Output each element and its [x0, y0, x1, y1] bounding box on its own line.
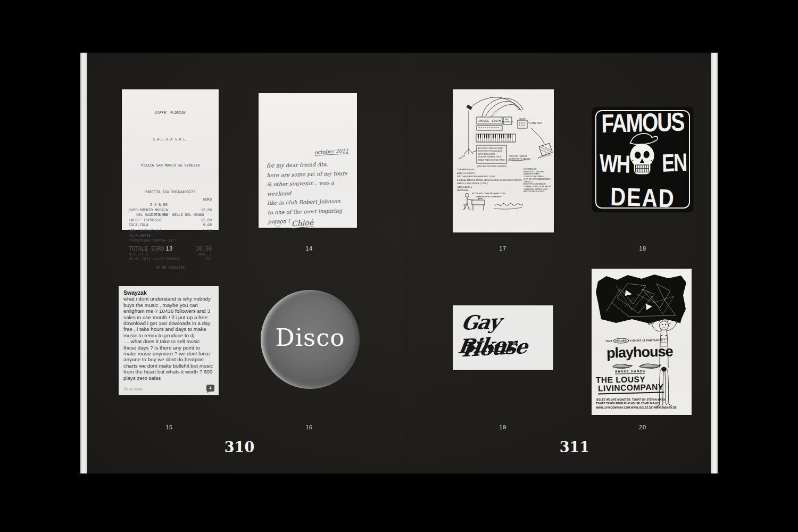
receipt-header-line: CAFFE' FLORIAN	[129, 111, 212, 116]
item-number-18: 18	[627, 245, 659, 252]
spread-pages: CAFFE' FLORIAN S.A.C.R.A S.R.L. PIAZZA S…	[87, 53, 711, 473]
receipt-footer: NEL SALOTTO PIU' BELLO DEL MONDO	[122, 213, 219, 218]
item-number-14: 14	[293, 245, 325, 252]
sticker-word-dead: DEAD	[592, 182, 693, 214]
diagram-question: BITTE HOLT IHR MICHAEL VOM	[472, 192, 505, 195]
note-signature: Chloé	[291, 218, 313, 229]
receipt-mf-line: MF ME 42000148	[129, 265, 212, 271]
diagram-monitor-label: MONITOR (PA)	[537, 154, 552, 159]
item-number-20: 20	[627, 424, 659, 430]
comment-timestamp: Just now	[123, 386, 143, 392]
receipt-meta-row: 02-06-2011 14-03 SCONTR317	[129, 257, 212, 262]
comment-plus-icon: +	[206, 385, 214, 392]
svg-text:8-KANAL MACKIE MIXER (ANSCHLÜS: 8-KANAL MACKIE MIXER (ANSCHLÜSSE-XLR/KLI…	[457, 179, 522, 181]
item-number-13: 13	[153, 245, 185, 252]
sticker-word-en: EN	[661, 148, 686, 178]
page-edge-left	[80, 53, 87, 473]
svg-text:MPC-SEQUENCER (AKAI MPC 2000): MPC-SEQUENCER (AKAI MPC 2000)	[457, 175, 495, 178]
receipt-meta-row: N.PEZZI 6CASS. 1	[129, 252, 212, 257]
diagram-right-list-line: ICH BRAUCHE:	[523, 168, 537, 170]
comment-username: Swayzak	[123, 290, 214, 296]
pin-rim-highlight	[261, 290, 360, 389]
comment-body: what i dont understand is why nobody buy…	[123, 296, 214, 381]
receipt-header-line: PARTITA IVA 00164400277	[129, 190, 212, 195]
svg-text:1 BARHOCKER/TISCHCHEN Ä.: 1 BARHOCKER/TISCHCHEN Ä.	[523, 186, 551, 188]
item-15-swayzak-comment: Swayzak what i dont understand is why no…	[119, 286, 219, 395]
receipt-row: *CAMERIERE COPPIA 13*	[129, 238, 212, 244]
item-14-handwritten-note: october 2011 for my dear friend Ata, her…	[259, 93, 357, 228]
diagram-notebox-line: ACHTUNG! DREH MIT DEM	[478, 147, 503, 149]
page-number-left: 310	[207, 439, 271, 455]
item-20-playhouse-poster: THIS ISOLÉE T-SHIRT IS FANTASTIC ! playh…	[592, 269, 692, 415]
diagram-lineout-label: = LINE OUT	[528, 122, 542, 124]
svg-text:GEWICHTETE TASTEN: GEWICHTETE TASTEN	[509, 158, 530, 160]
heart-icon: ♡	[273, 220, 281, 230]
svg-text:(EVT. MIT UNTERABNEHMER): (EVT. MIT UNTERABNEHMER)	[523, 178, 551, 180]
item-number-19: 19	[487, 424, 519, 430]
diagram-mpc-label: MPC -	[505, 119, 510, 121]
note-body: for my dear friend Ata, here are some pi…	[266, 159, 353, 227]
book-spread: CAFFE' FLORIAN S.A.C.R.A S.R.L. PIAZZA S…	[80, 53, 718, 473]
diagram-synth-label: ANALOG - SYNTH	[478, 119, 501, 122]
poster-figure-drawing	[646, 317, 689, 412]
item-18-famous-when-dead-sticker: FAMOUS WH EN DEAD	[592, 107, 693, 212]
lettering-line-2: House	[461, 335, 528, 361]
item-number-16: 16	[293, 424, 325, 430]
svg-text:1 WEICHEN TEPPICH DER: 1 WEICHEN TEPPICH DER	[523, 188, 547, 190]
svg-text:MONITOR (VON PA AUS): MONITOR (VON PA AUS)	[523, 183, 546, 185]
note-date: october 2011	[314, 147, 349, 155]
page-number-right: 311	[543, 439, 606, 455]
diagram-note-under: (WER HAT NOCH EIN KLAVIER?)	[477, 165, 506, 168]
diagram-note-right: "WICHTIG" SIND 88	[509, 155, 527, 157]
diagram-mic-label: Mikrofon	[458, 154, 466, 160]
diagram-mixer-label: MIXER	[519, 118, 526, 120]
receipt-row: SUPPLEMENTO MUSICA12,00	[129, 208, 212, 213]
receipt-row: CAFFE' ESPRESSO12,00	[129, 218, 212, 223]
receipt-currency: EURO	[129, 197, 212, 203]
svg-text:CATE LAINE &: CATE LAINE &	[457, 186, 472, 188]
svg-text:KABEL & VERTEILER (2 STK.): KABEL & VERTEILER (2 STK.)	[457, 182, 488, 185]
receipt-row: SAN PELLEGR 1/45,50	[129, 228, 212, 234]
receipt-header-line: S.A.C.R.A S.R.L.	[129, 137, 212, 143]
svg-text:ODER FLÜGEL/PIANO: ODER FLÜGEL/PIANO	[523, 176, 544, 178]
svg-text:KLAVIER/E-PIANO: KLAVIER/E-PIANO	[523, 173, 540, 175]
svg-text:BEN FUNK.: BEN FUNK.	[457, 189, 469, 192]
receipt-row: 2 X 6,00	[129, 203, 212, 208]
spread-seam	[405, 53, 407, 473]
diagram-left-list-line: ICH BRINGE MIT:	[457, 168, 475, 171]
item-number-17: 17	[487, 245, 519, 252]
receipt-row: *S.F.90448*	[129, 234, 212, 239]
receipt-header-line: PIAZZA SAN MARCO 56 VENEZIA	[129, 163, 212, 169]
svg-text:MIR ZUR SEITE STEHT.: MIR ZUR SEITE STEHT.	[523, 190, 545, 193]
item-16-disco-pin: Disco	[261, 290, 360, 389]
svg-text:SEQUENCER: SEQUENCER	[502, 121, 513, 123]
diagram-sketch: ANALOG - SYNTH MPC - SEQUENCER MIXER = L…	[453, 89, 554, 232]
svg-text:ANALOG-SYNTH: ANALOG-SYNTH	[457, 172, 475, 174]
item-17-synth-diagram: ANALOG - SYNTH MPC - SEQUENCER MIXER = L…	[453, 89, 554, 232]
svg-text:LINE OUT: LINE OUT	[523, 181, 533, 183]
svg-text:MIKROFON + GALGEN: MIKROFON + GALGEN	[523, 171, 544, 173]
item-13-receipt: CAFFE' FLORIAN S.A.C.R.A S.R.L. PIAZZA S…	[122, 89, 219, 230]
svg-text:BAHNHOF/FLUGHAFEN?: BAHNHOF/FLUGHAFEN?	[476, 195, 503, 198]
poster-shake-hands: SHAKE HANDS	[615, 370, 645, 375]
receipt-row: COCA-COLA9,00	[129, 223, 212, 228]
svg-text:BITTE AUSLEIHEN,: BITTE AUSLEIHEN,	[478, 153, 495, 155]
isolee-oval: ISOLÉE	[613, 338, 629, 344]
svg-text:ZUG/FUNKTIONS-ANLAGE,: ZUG/FUNKTIONS-ANLAGE,	[478, 150, 503, 152]
svg-text:RUNDES EINFANG CHOR,: RUNDES EINFANG CHOR,	[478, 156, 502, 158]
skull-with-hat-icon	[624, 128, 662, 180]
item-number-15: 15	[153, 424, 185, 430]
svg-text:SPACE PIANO/DIGITAL PIANO: SPACE PIANO/DIGITAL PIANO	[478, 159, 505, 161]
item-19-gay-biker-house: Gay Biker House	[453, 305, 553, 370]
page-edge-right	[711, 53, 718, 473]
